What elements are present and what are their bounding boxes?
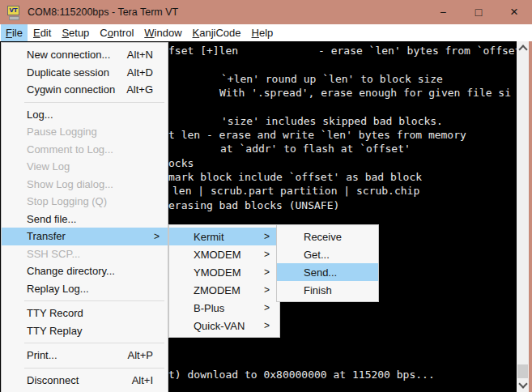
submenu-arrow-icon: >	[264, 249, 270, 260]
menu-item-view-log: View Log	[2, 158, 168, 176]
menu-item-replay-log[interactable]: Replay Log...	[2, 280, 168, 298]
menu-item-print[interactable]: Print...Alt+P	[2, 347, 168, 364]
window-right-border	[529, 24, 532, 392]
submenu-arrow-icon: >	[154, 231, 160, 242]
menu-item-new-connection[interactable]: New connection...Alt+N	[2, 46, 168, 64]
submenu-item-b-plus[interactable]: B-Plus>	[169, 299, 279, 317]
terminal-line: len | scrub.part partition | scrub.chip	[172, 185, 419, 197]
terminal-line: erasing bad blocks (UNSAFE)	[168, 199, 339, 211]
terminal-line: `+len' round up `len' to block size	[221, 73, 443, 85]
terminal-line: t len - erase and write `len' bytes from…	[168, 129, 466, 141]
transfer-submenu: Kermit> XMODEM> YMODEM> ZMODEM> B-Plus> …	[168, 224, 280, 338]
menu-item-exit[interactable]: ExitAlt+Q	[2, 389, 168, 392]
scroll-up-icon[interactable]	[517, 41, 529, 55]
vt-icon: VT	[7, 6, 19, 15]
terminal-line: ocks	[168, 157, 194, 169]
menubar-item-control[interactable]: Control	[95, 24, 138, 41]
minimize-button[interactable]: −	[425, 0, 461, 24]
menu-item-log[interactable]: Log...	[2, 106, 168, 124]
menu-item-tty-replay[interactable]: TTY Replay	[2, 322, 168, 340]
menu-item-transfer[interactable]: Transfer>	[2, 228, 168, 245]
menubar: File Edit Setup Control Window KanjiCode…	[0, 24, 532, 41]
submenu-arrow-icon: >	[264, 302, 270, 313]
menubar-item-help[interactable]: Help	[247, 24, 279, 41]
menu-separator	[24, 102, 164, 103]
file-menu: New connection...Alt+N Duplicate session…	[1, 42, 168, 392]
menu-item-duplicate-session[interactable]: Duplicate sessionAlt+D	[2, 64, 168, 82]
terminal-line: - erase `len' bytes from `offset	[318, 45, 521, 57]
menu-item-tty-record[interactable]: TTY Record	[2, 305, 168, 322]
scrollbar-thumb[interactable]	[517, 364, 528, 378]
submenu-item-ymodem[interactable]: YMODEM>	[169, 263, 279, 281]
menu-separator	[24, 368, 164, 369]
menu-separator	[24, 300, 164, 301]
terminal-line: With '.spread', erase enough for given f…	[219, 87, 511, 99]
submenu-item-zmodem[interactable]: ZMODEM>	[169, 281, 279, 299]
submenu-arrow-icon: >	[264, 266, 270, 278]
menu-item-show-log-dialog: Show Log dialog...	[2, 176, 168, 194]
kermit-submenu: Receive Get... Send... Finish	[276, 224, 379, 302]
submenu-item-receive[interactable]: Receive	[277, 228, 378, 245]
menu-item-disconnect[interactable]: DisconnectAlt+I	[2, 372, 168, 390]
menubar-item-setup[interactable]: Setup	[57, 24, 94, 41]
menu-item-comment-to-log: Comment to Log...	[2, 141, 168, 159]
terminal-line: fset [+]len	[168, 45, 238, 57]
menu-item-stop-logging: Stop Logging (Q)	[2, 193, 168, 211]
submenu-item-get[interactable]: Get...	[277, 245, 378, 263]
menu-item-send-file[interactable]: Send file...	[2, 211, 168, 228]
menu-item-cygwin-connection[interactable]: Cygwin connectionAlt+G	[2, 81, 168, 99]
close-button[interactable]: ×	[496, 0, 532, 24]
submenu-item-quick-van[interactable]: Quick-VAN>	[169, 317, 279, 334]
menu-item-change-directory[interactable]: Change directory...	[2, 262, 168, 280]
menubar-item-file[interactable]: File	[1, 24, 28, 41]
terminal-scrollbar[interactable]	[517, 41, 529, 392]
terminal-line: at `addr' to flash at `offset'	[220, 143, 411, 155]
window-controls: − □ ×	[425, 0, 532, 24]
terminal-line: mark block include `offset' as bad block	[168, 171, 422, 183]
app-icon[interactable]: VT	[7, 6, 21, 19]
titlebar[interactable]: VT COM8:115200bps - Tera Term VT − □ ×	[0, 0, 532, 24]
terminal-line: t) download to 0x80000000 at 115200 bps.…	[168, 369, 435, 381]
menubar-item-window[interactable]: Window	[139, 24, 186, 41]
submenu-arrow-icon: >	[264, 284, 270, 296]
submenu-item-xmodem[interactable]: XMODEM>	[169, 245, 279, 263]
submenu-item-kermit[interactable]: Kermit>	[169, 228, 279, 245]
submenu-arrow-icon: >	[264, 231, 270, 242]
menubar-item-edit[interactable]: Edit	[28, 24, 56, 41]
scroll-down-icon[interactable]	[517, 378, 529, 392]
maximize-button[interactable]: □	[461, 0, 496, 24]
submenu-item-finish[interactable]: Finish	[277, 281, 378, 299]
terminal-line: 'size' includes skipped bad blocks.	[221, 115, 443, 127]
menu-separator	[24, 343, 164, 343]
window-title: COM8:115200bps - Tera Term VT	[28, 6, 178, 18]
submenu-arrow-icon: >	[264, 320, 270, 331]
menubar-item-kanjicode[interactable]: KanjiCode	[188, 24, 246, 41]
menu-item-ssh-scp: SSH SCP...	[2, 245, 168, 263]
menu-item-pause-logging: Pause Logging	[2, 123, 168, 141]
submenu-item-send[interactable]: Send...	[277, 263, 378, 281]
